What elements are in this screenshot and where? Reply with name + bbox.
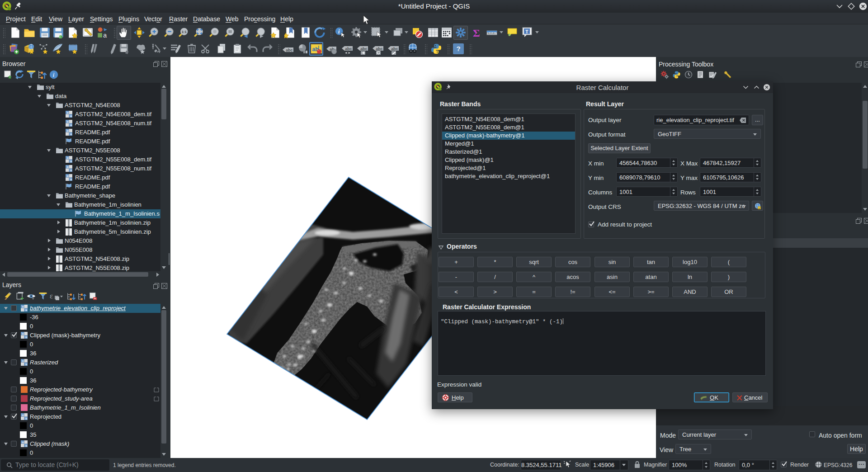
svg-text:T: T: [525, 29, 528, 34]
svg-text:abc: abc: [345, 47, 352, 51]
svg-text:abc: abc: [376, 47, 383, 51]
svg-text:abc: abc: [391, 47, 398, 51]
svg-text:abc: abc: [360, 47, 368, 51]
svg-text:a: a: [103, 32, 107, 38]
svg-text:abc: abc: [286, 48, 293, 52]
svg-text:1:1: 1:1: [182, 30, 187, 34]
svg-text:i: i: [53, 72, 55, 78]
